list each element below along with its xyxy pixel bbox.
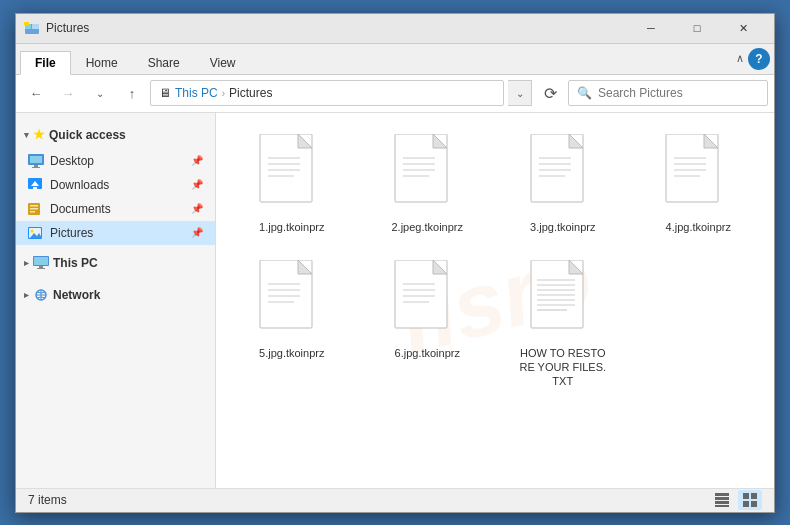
file-name-6: 6.jpg.tkoinprz bbox=[395, 346, 460, 360]
svg-rect-78 bbox=[715, 493, 729, 496]
file-icon-5 bbox=[256, 260, 328, 340]
svg-rect-5 bbox=[30, 156, 42, 163]
file-icon-4 bbox=[662, 134, 734, 214]
file-item[interactable]: 5.jpg.tkoinprz bbox=[228, 251, 356, 398]
file-name-2: 2.jpeg.tkoinprz bbox=[391, 220, 463, 234]
file-name-4: 4.jpg.tkoinprz bbox=[666, 220, 731, 234]
pin-icon-pictures: 📌 bbox=[191, 227, 203, 238]
file-name-5: 5.jpg.tkoinprz bbox=[259, 346, 324, 360]
desktop-icon bbox=[28, 153, 44, 169]
network-group[interactable]: ▸ Network bbox=[16, 281, 215, 309]
close-button[interactable]: ✕ bbox=[720, 13, 766, 43]
chevron-down-icon: ▾ bbox=[24, 130, 29, 140]
svg-rect-85 bbox=[751, 501, 757, 507]
svg-rect-7 bbox=[32, 167, 40, 168]
svg-point-17 bbox=[31, 229, 34, 232]
details-view-button[interactable] bbox=[710, 490, 734, 510]
pictures-label: Pictures bbox=[50, 226, 93, 240]
file-item[interactable]: 2.jpeg.tkoinprz bbox=[364, 125, 492, 243]
maximize-button[interactable]: □ bbox=[674, 13, 720, 43]
sidebar: ▾ ★ Quick access Desktop 📌 bbox=[16, 113, 216, 488]
documents-label: Documents bbox=[50, 202, 111, 216]
chevron-right-icon: ▸ bbox=[24, 258, 29, 268]
file-icon-3 bbox=[527, 134, 599, 214]
file-icon-1 bbox=[256, 134, 328, 214]
file-item[interactable]: 1.jpg.tkoinprz bbox=[228, 125, 356, 243]
address-bar[interactable]: 🖥 This PC › Pictures bbox=[150, 80, 504, 106]
minimize-button[interactable]: ─ bbox=[628, 13, 674, 43]
file-explorer-window: Pictures ─ □ ✕ File Home Share View ∧ ? … bbox=[15, 13, 775, 513]
main-content: ▾ ★ Quick access Desktop 📌 bbox=[16, 113, 774, 488]
svg-rect-80 bbox=[715, 501, 729, 504]
svg-rect-6 bbox=[34, 165, 38, 167]
this-pc-group[interactable]: ▸ This PC bbox=[16, 249, 215, 277]
help-button[interactable]: ? bbox=[748, 48, 770, 70]
ribbon: File Home Share View ∧ ? bbox=[16, 44, 774, 75]
svg-rect-83 bbox=[751, 493, 757, 499]
window-icon bbox=[24, 20, 40, 36]
quick-access-label: Quick access bbox=[49, 128, 126, 142]
tab-home[interactable]: Home bbox=[71, 51, 133, 74]
file-name-3: 3.jpg.tkoinprz bbox=[530, 220, 595, 234]
documents-icon bbox=[28, 201, 44, 217]
sidebar-item-downloads[interactable]: Downloads 📌 bbox=[16, 173, 215, 197]
file-area: fisro 1.jpg bbox=[216, 113, 774, 488]
file-icon-2 bbox=[391, 134, 463, 214]
tab-view[interactable]: View bbox=[195, 51, 251, 74]
svg-rect-13 bbox=[30, 208, 38, 210]
item-count: 7 items bbox=[28, 493, 67, 507]
sidebar-item-desktop[interactable]: Desktop 📌 bbox=[16, 149, 215, 173]
path-separator-1: › bbox=[222, 88, 225, 99]
search-icon: 🔍 bbox=[577, 86, 592, 100]
up-button[interactable]: ↑ bbox=[118, 79, 146, 107]
sidebar-item-documents[interactable]: Documents 📌 bbox=[16, 197, 215, 221]
forward-button[interactable]: → bbox=[54, 79, 82, 107]
folder-icon: 🖥 bbox=[159, 86, 171, 100]
refresh-button[interactable]: ⟳ bbox=[536, 79, 564, 107]
sidebar-item-pictures[interactable]: Pictures 📌 bbox=[16, 221, 215, 245]
this-pc-section: ▸ This PC bbox=[16, 249, 215, 277]
file-item[interactable]: 6.jpg.tkoinprz bbox=[364, 251, 492, 398]
window-title: Pictures bbox=[46, 21, 628, 35]
pin-icon-downloads: 📌 bbox=[191, 179, 203, 190]
file-item[interactable]: HOW TO RESTORE YOUR FILES.TXT bbox=[499, 251, 627, 398]
title-bar: Pictures ─ □ ✕ bbox=[16, 14, 774, 44]
svg-rect-10 bbox=[33, 187, 37, 189]
search-bar: 🔍 bbox=[568, 80, 768, 106]
pin-icon: 📌 bbox=[191, 155, 203, 166]
network-section: ▸ Network bbox=[16, 281, 215, 309]
window-controls: ─ □ ✕ bbox=[628, 13, 766, 43]
ribbon-tabs: File Home Share View ∧ ? bbox=[16, 44, 774, 74]
svg-rect-79 bbox=[715, 497, 729, 500]
quick-access-group[interactable]: ▾ ★ Quick access bbox=[16, 121, 215, 149]
large-icons-view-button[interactable] bbox=[738, 490, 762, 510]
status-bar: 7 items bbox=[16, 488, 774, 512]
recent-locations-button[interactable]: ⌄ bbox=[86, 79, 114, 107]
this-pc-label: This PC bbox=[53, 256, 98, 270]
address-dropdown-button[interactable]: ⌄ bbox=[508, 80, 532, 106]
file-item[interactable]: 4.jpg.tkoinprz bbox=[635, 125, 763, 243]
back-button[interactable]: ← bbox=[22, 79, 50, 107]
svg-rect-12 bbox=[30, 205, 38, 207]
file-item[interactable]: 3.jpg.tkoinprz bbox=[499, 125, 627, 243]
search-input[interactable] bbox=[598, 86, 759, 100]
tab-file[interactable]: File bbox=[20, 51, 71, 75]
svg-rect-21 bbox=[39, 266, 43, 268]
path-thispc: This PC bbox=[175, 86, 218, 100]
address-bar-row: ← → ⌄ ↑ 🖥 This PC › Pictures ⌄ ⟳ 🔍 bbox=[16, 75, 774, 113]
file-name-1: 1.jpg.tkoinprz bbox=[259, 220, 324, 234]
view-controls bbox=[710, 490, 762, 510]
pin-icon-documents: 📌 bbox=[191, 203, 203, 214]
file-grid: 1.jpg.tkoinprz bbox=[228, 125, 762, 398]
svg-rect-22 bbox=[37, 268, 45, 269]
file-icon-6 bbox=[391, 260, 463, 340]
svg-rect-84 bbox=[743, 501, 749, 507]
tab-share[interactable]: Share bbox=[133, 51, 195, 74]
network-icon bbox=[33, 288, 49, 302]
collapse-ribbon-button[interactable]: ∧ bbox=[736, 52, 744, 65]
downloads-icon bbox=[28, 177, 44, 193]
desktop-label: Desktop bbox=[50, 154, 94, 168]
path-pictures: Pictures bbox=[229, 86, 272, 100]
computer-icon bbox=[33, 256, 49, 269]
pictures-icon bbox=[28, 225, 44, 241]
